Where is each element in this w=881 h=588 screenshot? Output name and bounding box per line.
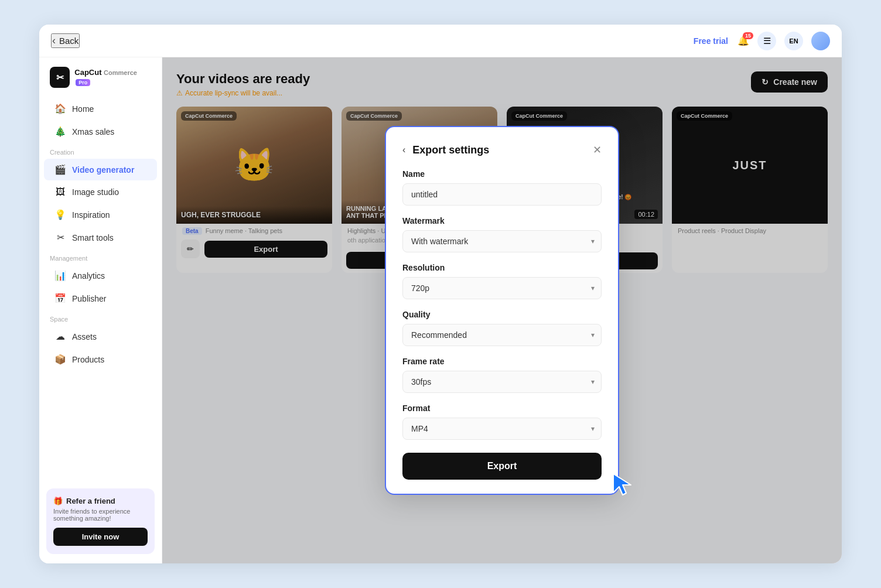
quality-select-wrapper: Low Recommended High ▾ xyxy=(402,324,602,346)
modal-back-button[interactable]: ‹ xyxy=(402,145,405,155)
quality-select[interactable]: Low Recommended High xyxy=(402,324,602,346)
top-bar-icons: 🔔 15 ☰ EN xyxy=(737,32,830,50)
framerate-label: Frame rate xyxy=(402,357,602,366)
language-icon[interactable]: EN xyxy=(784,32,803,50)
watermark-select-wrapper: With watermark Without watermark ▾ xyxy=(402,230,602,252)
format-select-wrapper: MP4 MOV AVI ▾ xyxy=(402,418,602,440)
modal-overlay: ‹ Export settings ✕ Name Watermark xyxy=(162,57,842,563)
publisher-icon: 📅 xyxy=(54,293,66,304)
sidebar-item-publisher[interactable]: 📅 Publisher xyxy=(44,288,157,309)
watermark-select[interactable]: With watermark Without watermark xyxy=(402,230,602,252)
back-label: Back xyxy=(59,36,78,46)
name-input[interactable] xyxy=(402,183,602,206)
user-avatar[interactable] xyxy=(811,32,830,50)
modal-title: Export settings xyxy=(412,144,586,156)
logo-text: CapCut Commerce Pro xyxy=(74,68,151,86)
top-bar: ‹ Back Free trial 🔔 15 ☰ EN xyxy=(39,25,842,57)
sidebar-item-analytics[interactable]: 📊 Analytics xyxy=(44,265,157,286)
sidebar-label-image-studio: Image studio xyxy=(72,187,119,197)
sidebar-item-inspiration[interactable]: 💡 Inspiration xyxy=(44,204,157,225)
sidebar-label-inspiration: Inspiration xyxy=(72,210,110,220)
logo-title: CapCut Commerce Pro xyxy=(74,68,151,86)
sidebar-label-video-generator: Video generator xyxy=(72,165,134,175)
sidebar-item-assets[interactable]: ☁ Assets xyxy=(44,326,157,347)
sidebar-label-publisher: Publisher xyxy=(72,294,106,303)
management-section-label: Management xyxy=(39,249,162,264)
refer-card: 🎁 Refer a friend Invite friends to exper… xyxy=(46,488,155,554)
refer-desc: Invite friends to experience something a… xyxy=(53,508,148,522)
logo-sub: Commerce xyxy=(104,69,137,76)
xmas-icon: 🎄 xyxy=(54,126,66,137)
logo-icon: ✂ xyxy=(50,67,70,88)
refer-title: 🎁 Refer a friend xyxy=(53,497,148,505)
framerate-select[interactable]: 24fps 30fps 60fps xyxy=(402,371,602,393)
sidebar-item-products[interactable]: 📦 Products xyxy=(44,348,157,370)
space-section-label: Space xyxy=(39,310,162,325)
image-studio-icon: 🖼 xyxy=(54,187,66,197)
sidebar-item-xmas-sales[interactable]: 🎄 Xmas sales xyxy=(44,121,157,142)
sidebar-item-video-generator[interactable]: 🎬 Video generator xyxy=(44,159,157,180)
creation-section-label: Creation xyxy=(39,143,162,158)
format-label: Format xyxy=(402,404,602,413)
name-label: Name xyxy=(402,169,602,179)
analytics-icon: 📊 xyxy=(54,270,66,281)
invite-button[interactable]: Invite now xyxy=(53,528,148,546)
sidebar-label-home: Home xyxy=(72,104,94,114)
export-settings-modal: ‹ Export settings ✕ Name Watermark xyxy=(385,126,619,495)
quality-label: Quality xyxy=(402,310,602,319)
svg-marker-0 xyxy=(613,474,631,495)
sidebar-label-analytics: Analytics xyxy=(72,271,105,281)
back-arrow-icon: ‹ xyxy=(52,35,56,47)
sidebar-label-products: Products xyxy=(72,355,104,364)
modal-export-button[interactable]: Export xyxy=(402,453,602,480)
modal-close-button[interactable]: ✕ xyxy=(593,143,602,156)
free-trial-button[interactable]: Free trial xyxy=(694,36,728,46)
cursor-arrow-icon xyxy=(610,471,636,497)
back-button[interactable]: ‹ Back xyxy=(51,33,80,48)
sidebar-item-smart-tools[interactable]: ✂ Smart tools xyxy=(44,227,157,248)
refer-icon: 🎁 xyxy=(53,497,63,505)
modal-header: ‹ Export settings ✕ xyxy=(402,143,602,156)
sidebar: ✂ CapCut Commerce Pro 🏠 Home 🎄 Xmas sale… xyxy=(39,57,162,563)
format-field-group: Format MP4 MOV AVI ▾ xyxy=(402,404,602,440)
inspiration-icon: 💡 xyxy=(54,209,66,220)
products-icon: 📦 xyxy=(54,354,66,365)
resolution-field-group: Resolution 480p 720p 1080p ▾ xyxy=(402,263,602,299)
notification-icon[interactable]: 🔔 15 xyxy=(737,35,749,46)
framerate-select-wrapper: 24fps 30fps 60fps ▾ xyxy=(402,371,602,393)
sidebar-label-xmas: Xmas sales xyxy=(72,127,114,136)
resolution-label: Resolution xyxy=(402,263,602,272)
content-area: Your videos are ready ⚠ Accurate lip-syn… xyxy=(162,57,842,563)
sidebar-label-smart-tools: Smart tools xyxy=(72,233,114,242)
main-layout: ✂ CapCut Commerce Pro 🏠 Home 🎄 Xmas sale… xyxy=(39,57,842,563)
menu-icon[interactable]: ☰ xyxy=(757,32,776,50)
logo-area: ✂ CapCut Commerce Pro xyxy=(39,67,162,97)
sidebar-label-assets: Assets xyxy=(72,332,97,341)
framerate-field-group: Frame rate 24fps 30fps 60fps ▾ xyxy=(402,357,602,393)
notification-badge: 15 xyxy=(743,32,753,39)
video-generator-icon: 🎬 xyxy=(54,164,66,175)
format-select[interactable]: MP4 MOV AVI xyxy=(402,418,602,440)
sidebar-item-image-studio[interactable]: 🖼 Image studio xyxy=(44,182,157,203)
watermark-field-group: Watermark With watermark Without waterma… xyxy=(402,216,602,252)
resolution-select[interactable]: 480p 720p 1080p xyxy=(402,277,602,299)
watermark-label: Watermark xyxy=(402,216,602,225)
home-icon: 🏠 xyxy=(54,103,66,114)
resolution-select-wrapper: 480p 720p 1080p ▾ xyxy=(402,277,602,299)
pro-badge: Pro xyxy=(76,79,90,86)
assets-icon: ☁ xyxy=(54,331,66,342)
quality-field-group: Quality Low Recommended High ▾ xyxy=(402,310,602,346)
smart-tools-icon: ✂ xyxy=(54,232,66,243)
name-field-group: Name xyxy=(402,169,602,206)
sidebar-item-home[interactable]: 🏠 Home xyxy=(44,98,157,119)
